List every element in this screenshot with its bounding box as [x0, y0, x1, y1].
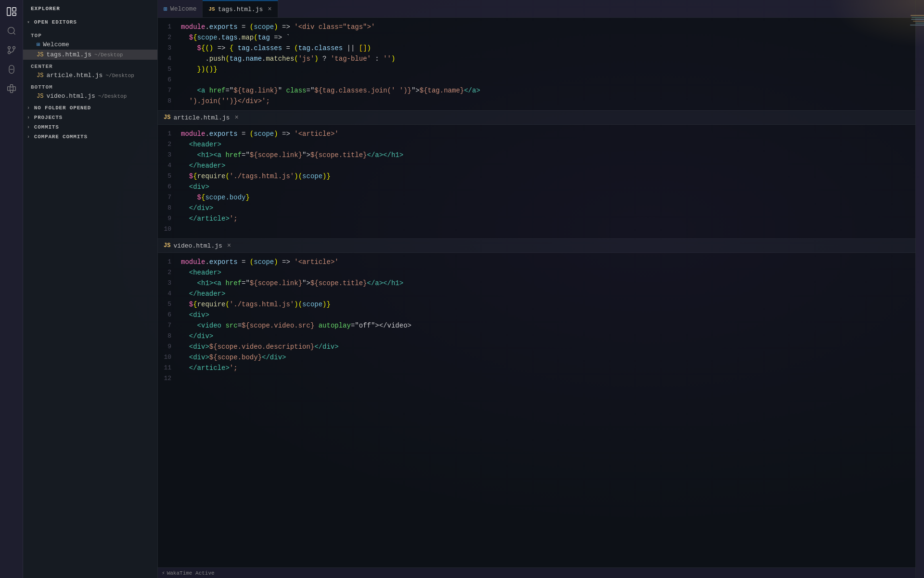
file-name: article.html.js: [46, 72, 103, 79]
status-bar: ⚡ WakaTime Active: [158, 567, 915, 578]
line-content: </div>: [181, 203, 906, 213]
line-number: 3: [158, 150, 181, 160]
file-item-video[interactable]: JS video.html.js ~/Desktop: [23, 91, 157, 101]
code-line: 10 <div>${scope.body}</div>: [158, 352, 915, 363]
tab-welcome[interactable]: ⊞ Welcome: [158, 0, 203, 17]
code-line: 2 <header>: [158, 139, 915, 150]
line-content: ${require('./tags.html.js')(scope)}: [181, 171, 906, 182]
code-line: 6: [158, 75, 915, 85]
line-content: module.exports = (scope) => '<article>': [181, 257, 906, 267]
code-line: 3 ${() => { tag.classes = (tag.classes |…: [158, 43, 915, 53]
line-content: })()}: [181, 64, 906, 75]
explorer-icon[interactable]: [4, 4, 19, 19]
code-section-video: JS video.html.js × 1 module.exports = (s…: [158, 238, 915, 388]
no-folder-group[interactable]: › NO FOLDER OPENED: [23, 103, 157, 113]
minimap-line: [911, 17, 924, 18]
wakatime-label: WakaTime Active: [167, 570, 215, 576]
line-number: 6: [158, 310, 181, 320]
js-icon: JS: [164, 242, 170, 249]
code-line: 6 <div>: [158, 182, 915, 192]
search-icon[interactable]: [4, 23, 19, 39]
article-filename: article.html.js: [173, 114, 230, 121]
code-line: 7 ${scope.body}: [158, 192, 915, 203]
compare-commits-group[interactable]: › COMPARE COMMITS: [23, 132, 157, 142]
file-item-article[interactable]: JS article.html.js ~/Desktop: [23, 70, 157, 80]
code-block: 1 module.exports = (scope) => '<article>…: [158, 125, 915, 238]
line-content: <div>${scope.video.description}</div>: [181, 342, 906, 352]
line-number: 8: [158, 203, 181, 213]
svg-rect-1: [12, 8, 15, 11]
commits-group[interactable]: › COMMITS: [23, 122, 157, 132]
chevron-right-icon: ›: [27, 115, 30, 120]
line-number: 1: [158, 129, 181, 139]
line-number: 5: [158, 64, 181, 75]
line-content: <a href="${tag.link}" class="${tag.class…: [181, 85, 906, 96]
file-path: ~/Desktop: [105, 73, 134, 79]
line-content: <header>: [181, 139, 906, 150]
line-number: 7: [158, 320, 181, 331]
code-line: 5 })()}: [158, 64, 915, 75]
video-filename: video.html.js: [173, 242, 222, 250]
line-number: 12: [158, 373, 181, 384]
svg-rect-11: [13, 87, 15, 91]
tab-close-button[interactable]: ×: [268, 5, 271, 13]
extensions-icon[interactable]: [4, 81, 19, 96]
file-header-video: JS video.html.js ×: [158, 238, 915, 253]
line-number: 6: [158, 182, 181, 192]
svg-rect-12: [10, 85, 13, 87]
line-content: ').join('')}</div>';: [181, 96, 906, 106]
welcome-tab-icon: ⊞: [164, 5, 167, 13]
chevron-down-icon: ▾: [27, 19, 30, 25]
line-number: 2: [158, 267, 181, 278]
sidebar-title: EXPLORER: [23, 0, 157, 17]
git-icon[interactable]: [4, 42, 19, 58]
open-editors-group[interactable]: ▾ OPEN EDITORS: [23, 17, 157, 27]
code-line: 4 </header>: [158, 160, 915, 171]
compare-commits-label: COMPARE COMMITS: [34, 134, 88, 140]
line-number: 10: [158, 352, 181, 363]
line-number: 9: [158, 342, 181, 352]
tab-tags[interactable]: JS tags.html.js ×: [203, 0, 278, 17]
line-content: ${scope.tags.map(tag => `: [181, 32, 906, 43]
chevron-right-icon: ›: [27, 125, 30, 130]
projects-group[interactable]: › PROJECTS: [23, 113, 157, 122]
svg-line-4: [13, 33, 15, 35]
file-path: ~/Desktop: [98, 93, 127, 99]
code-line: 2 ${scope.tags.map(tag => `: [158, 32, 915, 43]
file-item-welcome[interactable]: ⊞ Welcome: [23, 39, 157, 50]
line-number: 7: [158, 85, 181, 96]
line-content: </article>';: [181, 213, 906, 224]
code-line: 1 module.exports = (scope) => '<article>…: [158, 257, 915, 267]
line-number: 1: [158, 257, 181, 267]
file-item-tags[interactable]: JS tags.html.js ~/Desktop: [23, 50, 157, 60]
svg-point-6: [8, 52, 10, 54]
code-section-tags: 1 module.exports = (scope) => '<div clas…: [158, 18, 915, 110]
line-number: 2: [158, 139, 181, 150]
line-content: </header>: [181, 160, 906, 171]
minimap-line: [913, 21, 924, 22]
code-line: 8 </div>: [158, 203, 915, 213]
code-line: 5 ${require('./tags.html.js')(scope)}: [158, 299, 915, 310]
debug-icon[interactable]: [4, 62, 19, 77]
code-line: 12: [158, 373, 915, 384]
code-block: 1 module.exports = (scope) => '<article>…: [158, 253, 915, 388]
line-content: <div>: [181, 310, 906, 320]
line-number: 7: [158, 192, 181, 203]
file-name: video.html.js: [46, 92, 95, 100]
code-line: 3 <h1><a href="${scope.link}">${scope.ti…: [158, 150, 915, 160]
svg-rect-2: [12, 13, 15, 16]
main-content: ⊞ Welcome JS tags.html.js × 1 module.exp…: [158, 0, 915, 578]
line-number: 4: [158, 160, 181, 171]
line-number: 3: [158, 278, 181, 289]
code-line: 4 .push(tag.name.matches('js') ? 'tag-bl…: [158, 53, 915, 64]
minimap-line: [910, 25, 924, 26]
close-button[interactable]: ×: [234, 114, 238, 121]
editor-area[interactable]: 1 module.exports = (scope) => '<div clas…: [158, 18, 915, 567]
code-line: 6 <div>: [158, 310, 915, 320]
minimap-line: [911, 15, 924, 16]
line-number: 4: [158, 289, 181, 299]
file-name: tags.html.js: [46, 51, 91, 58]
minimap-line: [915, 23, 924, 24]
code-section-article: JS article.html.js × 1 module.exports = …: [158, 110, 915, 238]
close-button[interactable]: ×: [227, 242, 231, 250]
